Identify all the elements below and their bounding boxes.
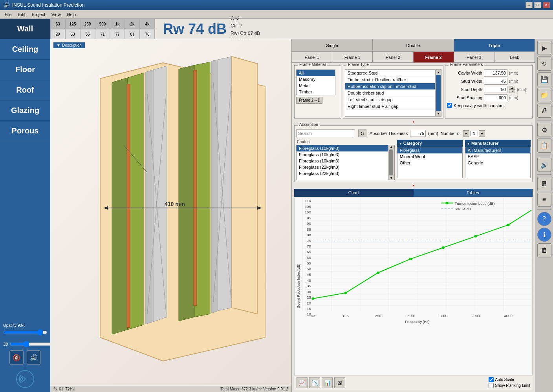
menu-view[interactable]: View bbox=[48, 11, 64, 18]
spinner-dec-button[interactable]: ◄ bbox=[463, 130, 469, 137]
stud-depth-input[interactable] bbox=[484, 86, 507, 93]
sidebar-item-roof[interactable]: Roof bbox=[0, 80, 50, 100]
sidebar-item-wall[interactable]: Wall bbox=[0, 19, 50, 39]
subtab-panel2[interactable]: Panel 2 bbox=[373, 52, 413, 62]
menu-bar: File Edit Project View Help bbox=[0, 10, 553, 19]
svg-point-45 bbox=[311, 297, 314, 300]
product-scrollbar[interactable]: ▲ ▼ bbox=[388, 145, 394, 180]
fm-masonry[interactable]: Masonry bbox=[297, 76, 335, 82]
ft-timber-resilient[interactable]: Timber stud + Resilient rail/bar bbox=[345, 77, 435, 83]
calculator-button[interactable]: 🖩 bbox=[537, 177, 551, 191]
description-button[interactable]: ▼ Description bbox=[53, 42, 85, 48]
menu-help[interactable]: Help bbox=[64, 11, 79, 18]
svg-text:50: 50 bbox=[307, 267, 311, 271]
cat-mineral-wool[interactable]: Mineral Wool bbox=[397, 153, 462, 160]
fm-all[interactable]: All bbox=[297, 70, 335, 76]
info-button[interactable]: ℹ bbox=[537, 228, 551, 242]
chart-tab-chart[interactable]: Chart bbox=[294, 189, 414, 197]
notes-button[interactable]: 📋 bbox=[537, 139, 551, 153]
mfr-all[interactable]: All Manufacturers bbox=[465, 147, 530, 153]
print-button[interactable]: 🖨 bbox=[537, 104, 551, 118]
chart-icon-1-button[interactable]: 📈 bbox=[297, 377, 308, 388]
main-container: Wall Ceiling Floor Roof Glazing Porous O… bbox=[0, 19, 553, 392]
stud-depth-down-button[interactable]: ▼ bbox=[509, 89, 515, 93]
absorption-search[interactable] bbox=[296, 129, 355, 137]
svg-text:125: 125 bbox=[342, 314, 349, 317]
cat-fibreglass[interactable]: Fibreglass bbox=[397, 147, 462, 153]
stud-width-input[interactable] bbox=[484, 78, 507, 85]
subtab-leak[interactable]: Leak bbox=[494, 52, 535, 62]
refresh-button[interactable]: ↻ bbox=[537, 57, 551, 71]
mfr-generic[interactable]: Generic bbox=[465, 160, 530, 166]
svg-point-60 bbox=[445, 202, 448, 204]
list-button[interactable]: ≡ bbox=[537, 193, 551, 207]
menu-edit[interactable]: Edit bbox=[15, 11, 29, 18]
sidebar-item-ceiling[interactable]: Ceiling bbox=[0, 39, 50, 60]
delete-button[interactable]: 🗑 bbox=[537, 243, 551, 257]
tab-double[interactable]: Double bbox=[373, 39, 454, 51]
sidebar-item-porous[interactable]: Porous bbox=[0, 121, 50, 141]
ft-staggered-stud[interactable]: Staggered Stud bbox=[345, 70, 435, 77]
cavity-width-input[interactable] bbox=[484, 69, 507, 77]
absorber-thickness-input[interactable] bbox=[410, 130, 426, 137]
maximize-button[interactable]: □ bbox=[534, 2, 541, 8]
spinner-inc-button[interactable]: ► bbox=[479, 130, 485, 137]
show-flanking-checkbox[interactable] bbox=[489, 383, 494, 388]
search-refresh-button[interactable]: ↻ bbox=[358, 129, 366, 137]
chart-tab-tables[interactable]: Tables bbox=[414, 189, 533, 197]
folder-button[interactable]: 📁 bbox=[537, 88, 551, 102]
list-icon: ≡ bbox=[542, 196, 546, 203]
menu-project[interactable]: Project bbox=[29, 11, 48, 18]
menu-file[interactable]: File bbox=[2, 11, 15, 18]
stud-depth-up-button[interactable]: ▲ bbox=[509, 86, 515, 89]
sidebar-item-floor[interactable]: Floor bbox=[0, 60, 50, 80]
frame2-to-1-button[interactable]: Frame 2→1 bbox=[296, 97, 322, 104]
product-item-2[interactable]: Fibreglass (10kg/m3) bbox=[297, 158, 388, 164]
subtab-panel1[interactable]: Panel 1 bbox=[292, 52, 332, 62]
cat-other[interactable]: Other bbox=[397, 160, 462, 166]
speaker-off-button[interactable]: 🔇 bbox=[9, 350, 24, 365]
close-button[interactable]: ✕ bbox=[543, 2, 550, 8]
chart-icon-2-button[interactable]: 📉 bbox=[309, 377, 320, 388]
app-title-text: INSUL Sound Insulation Prediction bbox=[12, 2, 84, 8]
ft-double-timber[interactable]: Double timber stud bbox=[345, 90, 435, 97]
ft-left-steel[interactable]: Left steel stud + air gap bbox=[345, 97, 435, 103]
minimize-button[interactable]: ─ bbox=[526, 2, 533, 8]
play-button[interactable]: ▶ bbox=[537, 41, 551, 55]
stud-spacing-input[interactable] bbox=[484, 94, 507, 101]
opacity-slider[interactable] bbox=[3, 329, 47, 335]
speaker-toolbar-icon: 🔊 bbox=[540, 161, 548, 169]
ft-right-timber[interactable]: Right timber stud + air gap bbox=[345, 103, 435, 110]
chart-svg: 110 105 100 95 90 85 80 75 70 65 bbox=[302, 197, 532, 323]
speaker-on-button[interactable]: 🔊 bbox=[27, 350, 41, 365]
save-button[interactable]: 💾 bbox=[537, 72, 551, 86]
chart-inner: 110 105 100 95 90 85 80 75 70 65 bbox=[302, 197, 532, 375]
chart-icon-3-button[interactable]: 📊 bbox=[322, 377, 333, 388]
fm-timber[interactable]: Timber bbox=[297, 89, 335, 95]
subtab-panel3[interactable]: Panel 3 bbox=[454, 52, 494, 62]
keep-width-label: Keep cavity width constant bbox=[454, 103, 505, 108]
mfr-basf[interactable]: BASF bbox=[465, 153, 530, 160]
frame-type-scrollbar[interactable]: ▲ ▼ bbox=[435, 69, 441, 117]
product-item-4[interactable]: Fibreglass (22kg/m3) bbox=[297, 170, 388, 177]
tab-single[interactable]: Single bbox=[292, 39, 373, 51]
fm-metal[interactable]: Metal bbox=[297, 82, 335, 89]
subtab-frame2[interactable]: Frame 2 bbox=[414, 52, 454, 62]
freq-4k: 4k bbox=[140, 19, 155, 29]
keep-width-checkbox[interactable] bbox=[447, 103, 452, 108]
help-button[interactable]: ? bbox=[537, 212, 551, 226]
chart-icon-4-button[interactable]: ⊠ bbox=[334, 377, 345, 388]
sidebar-item-glazing[interactable]: Glazing bbox=[0, 100, 50, 121]
auto-scale-checkbox[interactable] bbox=[489, 377, 494, 382]
tab-triple[interactable]: Triple bbox=[454, 39, 535, 51]
subtab-frame1[interactable]: Frame 1 bbox=[332, 52, 373, 62]
settings-button[interactable]: ⚙ bbox=[537, 123, 551, 137]
product-item-0[interactable]: Fibreglass (10kg/m3) bbox=[297, 145, 388, 151]
window-controls[interactable]: ─ □ ✕ bbox=[526, 2, 550, 8]
speaker-toolbar-button[interactable]: 🔊 bbox=[537, 158, 551, 172]
product-item-3[interactable]: Fibreglass (22kg/m3) bbox=[297, 164, 388, 170]
product-item-1[interactable]: Fibreglass (10kg/m3) bbox=[297, 151, 388, 158]
ft-rubber-isolation[interactable]: Rubber isolation clip on Timber stud bbox=[345, 83, 435, 90]
svg-marker-11 bbox=[218, 57, 232, 311]
frame-type-list: Staggered Stud Timber stud + Resilient r… bbox=[345, 69, 435, 117]
